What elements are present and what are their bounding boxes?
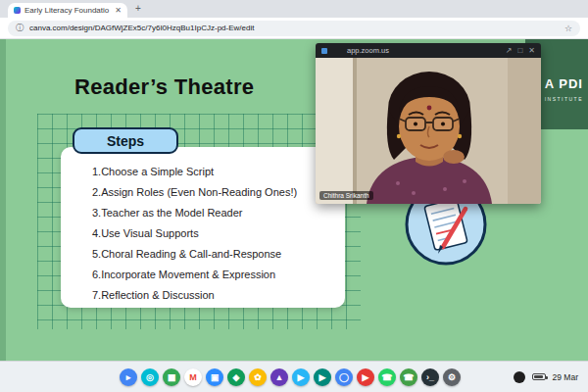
maps-icon[interactable]: ◈ bbox=[227, 368, 245, 386]
step-item: 2.Assign Roles (Even Non-Reading Ones!) bbox=[92, 182, 337, 203]
zoom-window[interactable]: app.zoom.us ↗ □ ✕ bbox=[316, 43, 541, 204]
logo-text: A PDI bbox=[545, 76, 583, 91]
maximize-icon[interactable]: □ bbox=[517, 47, 522, 55]
steps-card: 1.Choose a Simple Script2.Assign Roles (… bbox=[61, 147, 345, 308]
system-tray: 29 Mar bbox=[514, 371, 578, 383]
webcam-video-feed: Chithra Srikanth bbox=[316, 58, 541, 204]
dock-icons: ▸◎▦M▣◈✿▲▶▶◯▶☎☎›_⚙ bbox=[120, 368, 461, 386]
settings-icon[interactable]: ⚙ bbox=[443, 368, 461, 386]
phone-icon[interactable]: ☎ bbox=[400, 368, 417, 386]
gmail-icon[interactable]: M bbox=[184, 368, 202, 386]
telegram-icon[interactable]: ▶ bbox=[292, 368, 310, 386]
browser-chrome: Early Literacy Foundatio ✕ + ⓘ canva.com… bbox=[0, 0, 588, 39]
steps-badge: Steps bbox=[73, 127, 178, 154]
site-info-icon[interactable]: ⓘ bbox=[16, 23, 24, 33]
url-text: canva.com/design/DAGfWjZEx5c/7y6I0HzqBu1… bbox=[29, 24, 559, 32]
youtube-icon[interactable]: ▶ bbox=[357, 368, 374, 386]
browser-toolbar: ⓘ canva.com/design/DAGfWjZEx5c/7y6I0HzqB… bbox=[0, 18, 588, 39]
photos-icon[interactable]: ✿ bbox=[249, 368, 267, 386]
camera-icon[interactable]: ◎ bbox=[141, 368, 159, 386]
zoom-titlebar[interactable]: app.zoom.us ↗ □ ✕ bbox=[316, 43, 541, 58]
drive-icon[interactable]: ▲ bbox=[270, 368, 288, 386]
meet-icon[interactable]: ▶ bbox=[314, 368, 331, 386]
whatsapp-icon[interactable]: ☎ bbox=[378, 368, 396, 386]
status-circle-icon[interactable] bbox=[514, 371, 525, 383]
slide-left-edge bbox=[0, 39, 6, 361]
zoom-window-controls: ↗ □ ✕ bbox=[506, 47, 535, 55]
dock: ▸◎▦M▣◈✿▲▶▶◯▶☎☎›_⚙ 29 Mar bbox=[0, 361, 588, 392]
address-bar[interactable]: ⓘ canva.com/design/DAGfWjZEx5c/7y6I0HzqB… bbox=[8, 21, 580, 36]
close-icon[interactable]: ✕ bbox=[528, 47, 535, 55]
slide-title: Reader’s Theatre bbox=[74, 74, 254, 100]
tab-title: Early Literacy Foundatio bbox=[24, 6, 111, 15]
step-item: 3.Teacher as the Model Reader bbox=[92, 203, 337, 223]
steps-list: 1.Choose a Simple Script2.Assign Roles (… bbox=[92, 162, 337, 306]
canva-favicon-icon bbox=[14, 7, 21, 14]
popout-icon[interactable]: ↗ bbox=[506, 47, 513, 55]
terminal-icon[interactable]: ›_ bbox=[421, 368, 439, 386]
bookmark-star-icon[interactable]: ☆ bbox=[564, 24, 572, 33]
step-item: 4.Use Visual Supports bbox=[92, 223, 337, 244]
step-item: 7.Reflection & Discussion bbox=[92, 285, 337, 306]
participant-portrait bbox=[316, 58, 541, 204]
participant-name-label: Chithra Srikanth bbox=[319, 191, 373, 200]
zoom-window-title: app.zoom.us bbox=[333, 46, 500, 55]
google-apps-icon[interactable]: ▦ bbox=[163, 368, 180, 386]
files-icon[interactable]: ▸ bbox=[120, 368, 137, 386]
battery-icon bbox=[532, 373, 546, 380]
dock-date[interactable]: 29 Mar bbox=[553, 372, 578, 382]
browser-tab[interactable]: Early Literacy Foundatio ✕ bbox=[8, 3, 127, 18]
step-item: 6.Incorporate Movement & Expression bbox=[92, 265, 337, 285]
tab-strip: Early Literacy Foundatio ✕ + bbox=[0, 0, 588, 18]
chrome-icon[interactable]: ◯ bbox=[335, 368, 353, 386]
zoom-favicon-icon bbox=[321, 48, 327, 54]
logo-subtext: INSTITUTE bbox=[545, 96, 583, 102]
zoom-app-icon[interactable]: ▣ bbox=[206, 368, 223, 386]
step-item: 5.Choral Reading & Call-and-Response bbox=[92, 244, 337, 265]
step-item: 1.Choose a Simple Script bbox=[92, 162, 337, 182]
tab-close-icon[interactable]: ✕ bbox=[115, 6, 122, 15]
new-tab-button[interactable]: + bbox=[135, 3, 141, 14]
